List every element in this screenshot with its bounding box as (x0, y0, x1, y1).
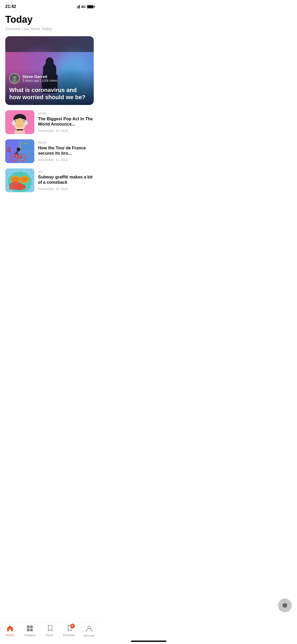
news-thumbnail-art (5, 168, 34, 192)
svg-point-12 (12, 121, 16, 125)
list-item[interactable]: Music The Biggest Pop Act In The World A… (5, 110, 94, 134)
news-title: How the Tour de France secures its bro..… (38, 145, 94, 157)
svg-point-34 (8, 172, 32, 192)
news-date: November, 15 2019 (38, 187, 94, 191)
news-thumbnail-music (5, 110, 34, 134)
news-content-art: Art Subway graffiti makes a bit of a com… (38, 168, 94, 192)
svg-rect-19 (21, 142, 32, 150)
news-category: Music (38, 111, 94, 115)
featured-card[interactable]: Steve Garrett 5 hours ago | 100k views W… (5, 36, 94, 105)
status-bar: 21:42 4G (0, 0, 99, 12)
author-meta: 5 hours ago | 100k views (22, 79, 58, 82)
svg-rect-16 (15, 130, 25, 134)
list-item[interactable]: 4 S (5, 139, 94, 163)
page-header: Today Discover Last News Today (0, 12, 99, 36)
svg-point-6 (13, 76, 16, 79)
svg-point-37 (12, 177, 19, 182)
avatar (9, 73, 20, 84)
svg-rect-22 (24, 143, 28, 144)
list-item[interactable]: Art Subway graffiti makes a bit of a com… (5, 168, 94, 192)
ceiling-decoration (5, 36, 94, 52)
news-date: November, 15 2019 (38, 158, 94, 162)
page-subtitle: Discover Last News Today (5, 26, 94, 31)
page-title: Today (5, 14, 94, 25)
news-content-sport: Sport How the Tour de France secures its… (38, 139, 94, 163)
news-title: The Biggest Pop Act In The World Announc… (38, 116, 94, 127)
news-content-music: Music The Biggest Pop Act In The World A… (38, 110, 94, 134)
news-category: Art (38, 169, 94, 173)
featured-overlay: Steve Garrett 5 hours ago | 100k views W… (5, 69, 94, 105)
battery-icon (87, 5, 94, 8)
network-label: 4G (81, 5, 86, 9)
status-time: 21:42 (5, 4, 16, 9)
author-row: Steve Garrett 5 hours ago | 100k views (9, 73, 90, 84)
featured-headline: What is coronavirus and how worried shou… (9, 86, 90, 101)
news-thumbnail-sport: 4 (5, 139, 34, 163)
svg-point-38 (21, 177, 28, 182)
svg-text:4: 4 (7, 145, 11, 154)
svg-point-7 (12, 79, 17, 83)
svg-point-13 (24, 121, 28, 125)
status-icons: 4G (75, 5, 94, 9)
author-info: Steve Garrett 5 hours ago | 100k views (22, 74, 58, 82)
author-name: Steve Garrett (22, 74, 58, 79)
news-date: November, 15 2019 (38, 129, 94, 133)
signal-icon (75, 5, 80, 8)
news-list: Music The Biggest Pop Act In The World A… (0, 110, 99, 192)
svg-point-14 (16, 118, 24, 128)
news-category: Sport (38, 140, 94, 144)
news-title: Subway graffiti makes a bit of a comebac… (38, 174, 94, 186)
svg-point-29 (17, 148, 20, 151)
